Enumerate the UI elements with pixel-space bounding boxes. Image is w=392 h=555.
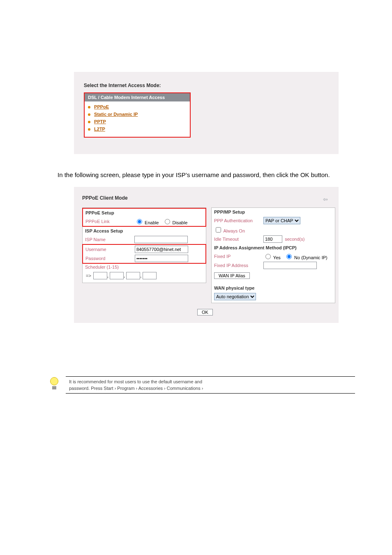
link-pppoe[interactable]: PPPoE <box>94 104 109 109</box>
idle-timeout-unit: second(s) <box>285 237 304 242</box>
link-static[interactable]: Static or Dynamic IP <box>94 112 138 117</box>
pppoe-client-title: PPPoE Client Mode <box>82 195 330 207</box>
access-mode-heading: Select the Internet Access Mode: <box>84 83 339 88</box>
tip-section: It is recommended for most users to use … <box>49 376 355 394</box>
fixed-ip-yes[interactable] <box>265 254 271 259</box>
fixed-ip-label: Fixed IP <box>214 254 263 259</box>
bullet-icon <box>88 113 90 116</box>
ok-button[interactable]: OK <box>197 309 213 315</box>
back-icon[interactable]: ⇦ <box>323 196 328 203</box>
radio-enable[interactable] <box>137 219 142 224</box>
fixed-ip-no-label: No (Dynamic IP) <box>294 255 327 260</box>
access-mode-list: PPPoE Static or Dynamic IP PPTP L2TP <box>85 101 190 137</box>
wan-phys-select[interactable]: Auto negotiation <box>214 293 256 300</box>
always-on-checkbox[interactable] <box>216 227 221 233</box>
scheduler-input-2[interactable] <box>110 272 124 279</box>
fixed-ip-addr-label: Fixed IP Address <box>214 263 263 268</box>
link-l2tp[interactable]: L2TP <box>94 127 105 131</box>
lightbulb-icon <box>49 377 59 389</box>
pppoe-link-highlight: PPPoE Setup PPPoE Link Enable Disable <box>82 208 206 227</box>
link-pptp[interactable]: PPTP <box>94 119 106 124</box>
tip-box: It is recommended for most users to use … <box>66 376 355 394</box>
fixed-ip-addr-input[interactable] <box>263 262 317 269</box>
tip-line-1: It is recommended for most users to use … <box>69 378 352 384</box>
fixed-ip-no[interactable] <box>286 254 292 259</box>
always-on-label: Always On <box>223 228 245 233</box>
pppoe-setup-group: PPPoE Setup PPPoE Link Enable Disable <box>82 207 206 283</box>
password-label: Password <box>85 256 135 261</box>
scheduler-arrow-icon: => <box>86 273 91 278</box>
pppmp-header: PPP/MP Setup <box>212 208 335 216</box>
wan-ip-alias-button[interactable]: WAN IP Alias <box>214 272 250 279</box>
scheduler-input-4[interactable] <box>143 272 157 279</box>
menu-item-l2tp: L2TP <box>88 125 190 133</box>
scheduler-label: Scheduler (1-15) <box>85 265 134 269</box>
tip-line-2: password. Press Start › Program › Access… <box>69 384 352 391</box>
wan-phys-header: WAN physical type <box>212 284 335 292</box>
idle-timeout-label: Idle Timeout <box>214 237 263 242</box>
pppoe-client-panel: PPPoE Client Mode ⇦ PPPoE Setup PPPoE Li… <box>74 187 339 323</box>
auth-select[interactable]: PAP or CHAP <box>263 217 300 224</box>
scheduler-input-3[interactable] <box>126 272 140 279</box>
pppoe-link-label: PPPoE Link <box>85 219 135 224</box>
menu-item-pptp: PPTP <box>88 118 190 125</box>
radio-disable[interactable] <box>165 219 170 224</box>
fixed-ip-yes-label: Yes <box>273 255 281 260</box>
username-input[interactable] <box>135 246 188 253</box>
radio-enable-label: Enable <box>145 220 159 225</box>
pppoe-setup-header: PPPoE Setup <box>83 209 205 217</box>
menu-item-static: Static or Dynamic IP <box>88 111 190 118</box>
idle-timeout-input[interactable] <box>263 235 282 243</box>
auth-label: PPP Authentication <box>214 218 263 223</box>
isp-name-label: ISP Name <box>85 237 134 242</box>
bullet-icon <box>88 106 90 108</box>
access-mode-bar: DSL / Cable Modem Internet Access <box>85 93 190 101</box>
pppmp-group: PPP/MP Setup PPP Authentication PAP or C… <box>211 207 335 303</box>
isp-access-header: ISP Access Setup <box>83 227 206 235</box>
radio-disable-label: Disable <box>173 220 188 225</box>
access-mode-box: DSL / Cable Modem Internet Access PPPoE … <box>84 92 191 138</box>
bullet-icon <box>88 121 90 123</box>
password-input[interactable] <box>135 255 188 262</box>
username-label: Username <box>85 247 135 252</box>
scheduler-row: => , , , <box>83 270 206 283</box>
access-mode-panel: Select the Internet Access Mode: DSL / C… <box>74 72 339 154</box>
instruction-paragraph: In the following screen, please type in … <box>58 170 347 180</box>
ipcp-header: IP Address Assignment Method (IPCP) <box>212 244 335 252</box>
scheduler-input-1[interactable] <box>93 272 107 279</box>
credentials-highlight: Username Password <box>82 244 206 264</box>
menu-item-pppoe: PPPoE <box>88 103 190 111</box>
bullet-icon <box>88 128 90 131</box>
isp-name-input[interactable] <box>134 236 188 243</box>
